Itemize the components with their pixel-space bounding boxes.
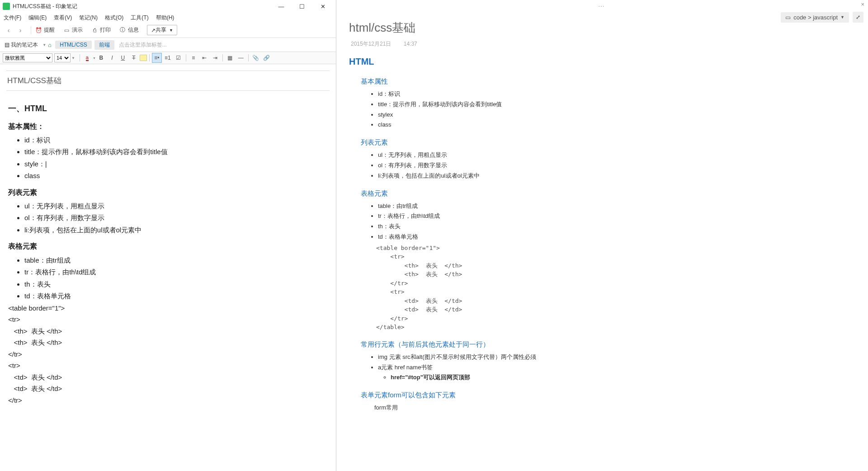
nav-back-button[interactable]: ‹ xyxy=(4,25,14,35)
notebook-icon: ▤ xyxy=(5,42,9,48)
heading-basic-attrs[interactable]: 基本属性 xyxy=(361,76,855,87)
outdent-button[interactable]: ⇤ xyxy=(199,53,209,63)
list-item: td：表格单元格 xyxy=(24,290,328,302)
list-list-elements: ul：无序列表，用粗点显示 ol：有序列表，用数字显示 li:列表项，包括在上面… xyxy=(349,151,855,180)
expand-button[interactable]: ⤢ xyxy=(853,12,863,23)
list-item: ol：有序列表，用数字显示 xyxy=(24,212,328,224)
print-button[interactable]: ⎙打印 xyxy=(91,26,111,34)
number-list-button[interactable]: ≡1 xyxy=(163,53,173,63)
list-basic-attrs: id：标识 title：提示作用，鼠标移动到该内容会看到title值 style… xyxy=(349,89,855,130)
list-item: class xyxy=(378,120,855,130)
chevron-down-icon[interactable]: ▼ xyxy=(42,43,46,47)
note-body[interactable]: 一、HTML 基本属性： id：标识 title：提示作用，鼠标移动到该内容会看… xyxy=(6,91,330,412)
list-item: title：提示作用，鼠标移动到该内容会看到title值 xyxy=(24,146,328,158)
list-basic-attrs: id：标识 title：提示作用，鼠标移动到该内容会看到title值 style… xyxy=(8,134,328,182)
heading-list-elements: 列表元素 xyxy=(8,186,328,198)
menu-tools[interactable]: 工具(T) xyxy=(131,14,148,22)
note-editor[interactable]: HTML/CSS基础 一、HTML 基本属性： id：标识 title：提示作用… xyxy=(0,64,336,471)
heading-table-elements: 表格元素 xyxy=(8,240,328,252)
list-table-elements: table：由tr组成 tr：表格行，由th\td组成 th：表头 td：表格单… xyxy=(349,202,855,242)
heading-list-elements[interactable]: 列表元素 xyxy=(361,137,855,148)
hr-button[interactable]: — xyxy=(236,53,246,63)
maximize-button[interactable]: ☐ xyxy=(292,0,312,13)
menu-format[interactable]: 格式(O) xyxy=(105,14,123,22)
notebook-icon: ▭ xyxy=(785,14,791,21)
clock-icon: ⏰ xyxy=(35,27,42,34)
chevron-down-icon: ▼ xyxy=(169,28,173,33)
list-item: tr：表格行，由th\td组成 xyxy=(24,266,328,278)
note-title[interactable]: HTML/CSS基础 xyxy=(6,71,330,91)
menu-view[interactable]: 查看(V) xyxy=(54,14,72,22)
menu-help[interactable]: 帮助(H) xyxy=(156,14,175,22)
preview-meta: 2015年12月21日 14:37 xyxy=(351,40,855,48)
font-select[interactable]: 微软雅黑 xyxy=(3,53,52,62)
breadcrumb[interactable]: ▭ code > javascript ▼ xyxy=(781,12,849,23)
tag-placeholder[interactable]: 点击这里添加标签... xyxy=(119,41,167,49)
share-button[interactable]: ↗共享▼ xyxy=(147,25,177,35)
link-button[interactable]: 🔗 xyxy=(262,53,272,63)
preview-content: HTML 基本属性 id：标识 title：提示作用，鼠标移动到该内容会看到ti… xyxy=(349,54,855,413)
close-button[interactable]: ✕ xyxy=(312,0,333,13)
checkbox-button[interactable]: ☑ xyxy=(174,53,184,63)
info-button[interactable]: ⓘ信息 xyxy=(119,26,139,34)
notebook-name[interactable]: 我的笔记本 xyxy=(11,41,38,49)
list-item: id：标识 xyxy=(24,134,328,146)
titlebar: HTML/CSS基础 - 印象笔记 ― ☐ ✕ xyxy=(0,0,336,13)
code-block: <table border="1"> <tr> <th> 表头 </th> <t… xyxy=(376,244,855,332)
chevron-down-icon: ▼ xyxy=(840,15,844,19)
preview-title: html/css基础 xyxy=(349,20,855,36)
expand-icon: ⤢ xyxy=(856,14,860,20)
list-inline-elements: img 元素 src和alt(图片不显示时候用文字代替）两个属性必须 a元素 h… xyxy=(349,353,855,382)
text-color-button[interactable]: a xyxy=(82,53,92,63)
list-item: li:列表项，包括在上面的ul或者ol元素中 xyxy=(24,224,328,236)
reminder-button[interactable]: ⏰提醒 xyxy=(35,26,55,34)
tag-frontend[interactable]: 前端 xyxy=(94,40,114,50)
home-icon[interactable]: ⌂ xyxy=(48,42,52,48)
toolbar: ‹ › ⏰提醒 ▭演示 ⎙打印 ⓘ信息 ↗共享▼ xyxy=(0,23,336,38)
window-title: HTML/CSS基础 - 印象笔记 xyxy=(13,3,271,10)
align-left-button[interactable]: ≡ xyxy=(189,53,198,63)
list-item: th：表头 xyxy=(24,278,328,290)
bullet-list-button[interactable]: ≡• xyxy=(152,53,162,63)
format-bar: 微软雅黑 14 ▼ a ▼ B I U T ≡• ≡1 ☑ ≡ ⇤ ⇥ ▦ — … xyxy=(0,52,336,64)
present-icon: ▭ xyxy=(63,27,70,34)
chevron-down-icon[interactable]: ▼ xyxy=(93,57,96,60)
list-item: ol：有序列表，用数字显示 xyxy=(378,161,855,170)
nav-forward-button[interactable]: › xyxy=(15,25,25,35)
italic-button[interactable]: I xyxy=(107,53,117,63)
bold-button[interactable]: B xyxy=(96,53,106,63)
heading-table-elements[interactable]: 表格元素 xyxy=(361,188,855,199)
list-item: td：表格单元格 xyxy=(378,232,855,242)
drag-handle-icon[interactable]: ⋯ xyxy=(336,3,868,10)
menu-note[interactable]: 笔记(N) xyxy=(79,14,98,22)
menu-file[interactable]: 文件(F) xyxy=(4,14,21,22)
list-item: style：| xyxy=(24,158,328,170)
list-item: table：由tr组成 xyxy=(24,254,328,266)
table-button[interactable]: ▦ xyxy=(225,53,235,63)
menu-edit[interactable]: 编辑(E) xyxy=(28,14,47,22)
code-block: <table border="1"> <tr> <th> 表头 </th> <t… xyxy=(8,302,328,406)
heading-inline-elements[interactable]: 常用行元素（与前后其他元素处于同一行） xyxy=(361,339,855,350)
print-icon: ⎙ xyxy=(91,27,98,34)
list-item: class xyxy=(24,170,328,182)
heading-form-elements[interactable]: 表单元素form可以包含如下元素 xyxy=(361,390,855,400)
list-item: li:列表项，包括在上面的ul或者ol元素中 xyxy=(378,171,855,181)
strike-button[interactable]: T xyxy=(129,53,139,63)
highlight-button[interactable] xyxy=(140,55,147,61)
info-icon: ⓘ xyxy=(119,27,126,34)
underline-button[interactable]: U xyxy=(118,53,128,63)
attachment-button[interactable]: 📎 xyxy=(251,53,261,63)
list-item: id：标识 xyxy=(378,89,855,99)
font-size-select[interactable]: 14 xyxy=(54,53,71,62)
separator xyxy=(31,26,31,34)
list-table-elements: table：由tr组成 tr：表格行，由th\td组成 th：表头 td：表格单… xyxy=(8,254,328,302)
tag-bar: ▤ 我的笔记本 ▼ ⌂ HTML/CSS 前端 点击这里添加标签... xyxy=(0,38,336,52)
minimize-button[interactable]: ― xyxy=(271,0,292,13)
tag-htmlcss[interactable]: HTML/CSS xyxy=(55,41,92,49)
preview-time: 14:37 xyxy=(404,41,417,47)
indent-button[interactable]: ⇥ xyxy=(210,53,220,63)
list-item: a元素 href name书签 href="#top"可以返回网页顶部 xyxy=(378,363,855,383)
present-button[interactable]: ▭演示 xyxy=(63,26,83,34)
chevron-down-icon[interactable]: ▼ xyxy=(71,56,75,60)
list-item: title：提示作用，鼠标移动到该内容会看到title值 xyxy=(378,100,855,109)
